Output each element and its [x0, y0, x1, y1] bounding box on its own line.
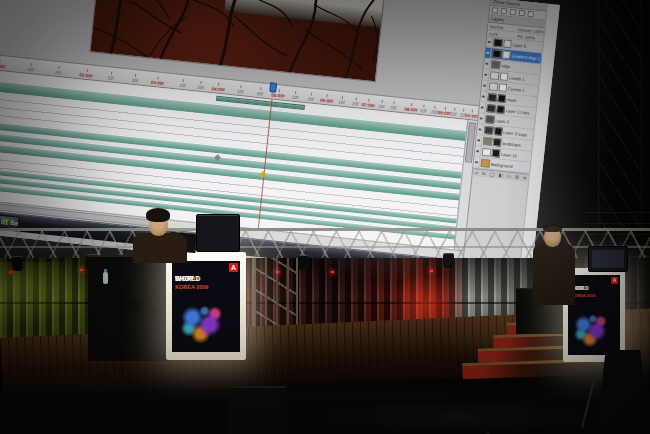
ruler-tick: 10f — [237, 87, 244, 95]
layer-visibility-eye-icon[interactable] — [477, 124, 484, 136]
audience-head — [128, 300, 144, 312]
layer-name: Layer 5 — [512, 42, 526, 48]
layer-visibility-eye-icon[interactable] — [483, 69, 490, 81]
layer-thumbnail — [483, 137, 493, 146]
ruler-tick: 20f — [307, 94, 314, 102]
layer-thumbnail — [487, 93, 497, 102]
clone-stamp-icon[interactable] — [527, 11, 534, 18]
ruler-tick: 20f — [256, 89, 263, 97]
layer-name: Layer 3 copy — [503, 129, 527, 136]
clone-stamp-icon[interactable] — [519, 10, 526, 17]
playhead-marker[interactable] — [269, 82, 277, 93]
ruler-tick: 20f — [197, 83, 204, 91]
left-podium: A PHOTOSHOP WORLD KOREA 2009 — [166, 252, 246, 360]
layer-visibility-eye-icon[interactable] — [480, 91, 487, 103]
layer-visibility-eye-icon[interactable] — [479, 102, 486, 114]
light-haze — [470, 160, 630, 300]
layer-visibility-eye-icon[interactable] — [478, 113, 485, 125]
ruler-tick: 10f — [420, 106, 427, 114]
ruler-tick: 20f — [131, 76, 138, 84]
layer-mask-thumbnail — [494, 127, 503, 136]
conference-stage-photo: 01:00f10f20f02:00f10f20f03:00f10f20f04:0… — [0, 0, 650, 434]
layer-mask-thumbnail — [497, 94, 506, 103]
layer-name: Layer 10 — [501, 151, 518, 158]
layer-name: edge — [501, 63, 511, 69]
layer-mask-thumbnail — [493, 138, 502, 147]
layer-mask-thumbnail — [502, 50, 511, 59]
layer-mask-thumbnail — [499, 83, 508, 92]
layer-mask-thumbnail — [492, 149, 501, 158]
presenter-left-hair — [146, 208, 170, 222]
ruler-tick: 06:00f — [320, 96, 334, 104]
red-led-indicator — [80, 269, 83, 271]
green-stage-glow — [0, 262, 90, 322]
ruler-tick: 10f — [292, 93, 299, 101]
ruler-tick: 10f — [27, 65, 34, 73]
layer-visibility-eye-icon[interactable] — [475, 146, 482, 158]
layer-visibility-eye-icon[interactable] — [484, 58, 491, 70]
layer-thumbnail — [489, 82, 499, 91]
ruler-tick: 03:00f — [151, 78, 165, 86]
layer-visibility-eye-icon[interactable] — [486, 36, 493, 48]
layer-thumbnail — [491, 60, 501, 69]
ruler-tick: 09:00f — [437, 108, 451, 116]
layer-name: Gradient Map 1 — [511, 53, 540, 61]
layer-name: mask — [506, 97, 516, 103]
ruler-tick: 10f — [107, 73, 114, 81]
layer-thumbnail — [482, 148, 492, 157]
layer-thumbnail — [492, 49, 502, 58]
layer-name: landscape — [502, 140, 522, 147]
ruler-tick: 20f — [54, 68, 61, 76]
layer-name: Layer 2 — [495, 118, 509, 124]
layer-mask-thumbnail — [500, 72, 509, 81]
adobe-logo: A — [229, 263, 238, 272]
layer-thumbnail — [490, 71, 500, 80]
red-led-indicator — [9, 271, 12, 273]
layer-thumbnail — [485, 115, 495, 124]
ruler-tick: 08:00f — [404, 104, 418, 112]
poster-title-world: WORLD — [175, 275, 201, 282]
ruler-tick: 10f — [450, 109, 457, 117]
moving-head-light — [12, 256, 23, 271]
stage-speaker — [226, 386, 290, 434]
layer-thumbnail — [484, 126, 494, 135]
red-led-indicator — [276, 271, 279, 273]
layer-visibility-eye-icon[interactable] — [476, 135, 483, 147]
clone-stamp-icon[interactable] — [510, 9, 517, 16]
ruler-tick: 02:00f — [79, 70, 93, 78]
ruler-tick: 07:00f — [362, 100, 376, 108]
poster-subtitle: KOREA 2009 — [175, 284, 208, 290]
ruler-tick: 04:00f — [211, 84, 225, 92]
layer-name: Layer 1 copy — [505, 108, 529, 115]
audience-head — [148, 306, 162, 316]
clone-stamp-icon[interactable] — [501, 8, 508, 15]
ruler-tick: 10f — [378, 102, 385, 110]
layer-thumbnail — [493, 38, 503, 47]
photoshop-world-poster: A PHOTOSHOP WORLD KOREA 2009 — [172, 261, 240, 352]
ruler-tick: 10f — [338, 98, 345, 106]
taskbar-button-label: 01 Bas... — [1, 218, 20, 228]
ruler-tick: 01:00f — [0, 61, 6, 69]
light-haze — [290, 192, 490, 282]
layer-thumbnail — [486, 104, 496, 113]
layer-mask-thumbnail — [496, 105, 505, 114]
water-bottle — [103, 272, 108, 284]
podium-monitor — [196, 214, 240, 252]
layer-name: Levels 1 — [509, 75, 525, 82]
ruler-tick: 20f — [352, 99, 359, 107]
layer-name: Curves 1 — [508, 86, 525, 93]
layer-mask-thumbnail — [503, 39, 512, 48]
ruler-tick: 10f — [179, 81, 186, 89]
ruler-tick: 20f — [390, 103, 397, 111]
clone-stamp-icon[interactable] — [492, 7, 499, 14]
layer-visibility-eye-icon[interactable] — [481, 80, 488, 92]
presenter-left-body — [133, 233, 187, 263]
layer-visibility-eye-icon[interactable] — [485, 47, 492, 59]
